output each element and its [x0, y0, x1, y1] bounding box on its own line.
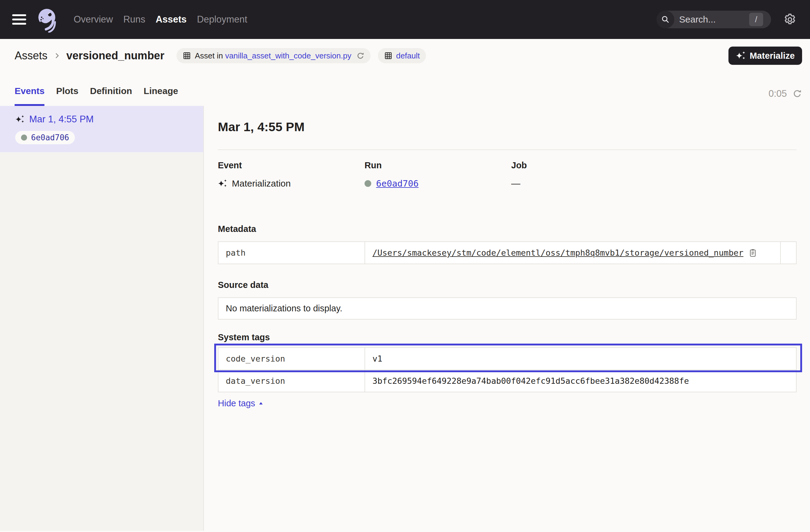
path-link[interactable]: /Users/smackesey/stm/code/elementl/oss/t… [372, 248, 743, 257]
refresh-icon[interactable] [356, 52, 364, 60]
nav-item-deployment[interactable]: Deployment [197, 14, 247, 25]
source-data-heading: Source data [218, 280, 797, 290]
job-value: — [511, 178, 520, 189]
metadata-key: path [218, 242, 365, 264]
triangle-up-icon [258, 401, 263, 406]
refresh-icon[interactable] [792, 89, 802, 99]
asset-in-label: Asset in [195, 51, 223, 60]
tag-key: code_version [218, 348, 365, 370]
repo-chip[interactable]: default [378, 48, 426, 63]
source-data-empty-message: No materializations to display. [218, 297, 797, 320]
tab-events[interactable]: Events [15, 86, 45, 106]
nav-item-runs[interactable]: Runs [123, 14, 145, 25]
copy-icon[interactable] [748, 248, 757, 257]
grid-icon [384, 51, 392, 60]
search-icon [657, 11, 674, 28]
sparkle-icon [218, 179, 227, 188]
run-id-chip[interactable]: 6e0ad706 [15, 131, 75, 144]
asset-definition-chip[interactable]: Asset in vanilla_asset_with_code_version… [177, 48, 371, 63]
refresh-elapsed: 0:05 [768, 88, 787, 99]
event-detail-panel: Mar 1, 4:55 PM Event Materialization Run… [204, 106, 810, 531]
primary-nav: Overview Runs Assets Deployment [74, 14, 247, 25]
event-title: Mar 1, 4:55 PM [218, 120, 797, 134]
run-status-dot [364, 180, 371, 187]
run-label: Run [364, 160, 511, 171]
system-tags-heading: System tags [218, 332, 797, 342]
hide-tags-link[interactable]: Hide tags [218, 398, 263, 408]
system-tags-section: System tags code_version v1 data_version… [218, 332, 797, 408]
sparkle-icon [15, 115, 25, 124]
nav-item-assets[interactable]: Assets [156, 14, 187, 25]
metadata-section: Metadata path /Users/smackesey/stm/code/… [218, 224, 797, 264]
table-row: path /Users/smackesey/stm/code/elementl/… [218, 242, 796, 264]
chevron-right-icon [52, 51, 62, 60]
tag-key: data_version [218, 370, 365, 392]
repo-link[interactable]: default [396, 51, 420, 61]
sparkle-icon [736, 51, 745, 60]
run-id-link[interactable]: 6e0ad706 [376, 178, 419, 189]
metadata-table: path /Users/smackesey/stm/code/elementl/… [218, 241, 797, 264]
materialize-button[interactable]: Materialize [728, 47, 802, 65]
tab-plots[interactable]: Plots [56, 86, 78, 106]
table-gutter [780, 242, 796, 264]
refresh-countdown: 0:05 [768, 88, 802, 99]
event-summary: Event Materialization Run 6e0ad706 Job — [218, 160, 797, 189]
event-list-sidebar: Mar 1, 4:55 PM 6e0ad706 [0, 106, 204, 531]
table-row: data_version 3bfc269594ef649228e9a74bab0… [218, 370, 796, 392]
search-shortcut-key: / [749, 13, 763, 26]
metadata-heading: Metadata [218, 224, 797, 234]
source-data-section: Source data No materializations to displ… [218, 280, 797, 320]
gear-icon[interactable] [783, 13, 797, 26]
breadcrumb-current: versioned_number [66, 49, 164, 62]
search-input[interactable]: Search... / [657, 11, 771, 28]
table-row: code_version v1 [218, 348, 796, 370]
tab-bar: Events Plots Definition Lineage [15, 86, 178, 106]
dagster-logo-icon[interactable] [33, 6, 60, 33]
event-type-value: Materialization [232, 178, 291, 189]
job-label: Job [511, 160, 797, 171]
menu-icon[interactable] [12, 14, 26, 25]
system-tags-table: code_version v1 data_version 3bfc269594e… [218, 347, 797, 392]
run-status-dot [21, 134, 27, 141]
asset-file-link[interactable]: vanilla_asset_with_code_version.py [225, 51, 352, 60]
search-placeholder: Search... [679, 14, 716, 25]
grid-icon [182, 51, 191, 60]
tag-value: v1 [365, 348, 796, 370]
tab-definition[interactable]: Definition [90, 86, 132, 106]
page-header: Assets versioned_number Asset in vanilla… [0, 39, 810, 106]
tag-value: 3bfc269594ef649228e9a74bab00f042efc91d5a… [365, 370, 796, 392]
event-list-item-selected[interactable]: Mar 1, 4:55 PM 6e0ad706 [0, 106, 203, 152]
event-label: Event [218, 160, 364, 171]
breadcrumb-assets[interactable]: Assets [15, 49, 47, 62]
event-timestamp[interactable]: Mar 1, 4:55 PM [29, 114, 94, 125]
tab-lineage[interactable]: Lineage [144, 86, 178, 106]
breadcrumb: Assets versioned_number [15, 49, 164, 62]
top-nav: Overview Runs Assets Deployment Search..… [0, 0, 810, 39]
divider [218, 149, 797, 150]
nav-item-overview[interactable]: Overview [74, 14, 113, 25]
